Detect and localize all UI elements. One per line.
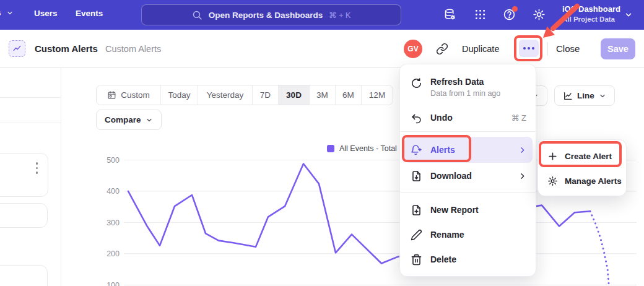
submenu-label: Manage Alerts	[565, 176, 622, 186]
menu-item-delete[interactable]: Delete	[400, 247, 537, 272]
project-name: iOS Dashboard	[562, 4, 620, 15]
report-thumbnail-icon	[9, 40, 25, 57]
sidebar-card[interactable]	[0, 265, 48, 286]
menu-divider	[400, 192, 537, 193]
date-range-label: Today	[168, 90, 190, 100]
chevron-right-icon	[518, 146, 526, 154]
chart-type-button[interactable]: Line	[554, 85, 615, 106]
menu-item-refresh-data[interactable]: Refresh Data Data from 1 min ago	[400, 72, 537, 102]
search-shortcut: ⌘ + K	[329, 11, 350, 20]
nav-item-cutoff-label: s	[0, 8, 1, 17]
plus-icon	[547, 151, 558, 162]
data-management-icon[interactable]	[443, 8, 456, 21]
menu-item-undo[interactable]: Undo ⌘ Z	[400, 105, 537, 130]
date-range-today[interactable]: Today	[161, 85, 198, 105]
date-range-label: 12M	[369, 90, 385, 100]
submenu-item-manage-alerts[interactable]: Manage Alerts	[538, 168, 627, 193]
chevron-down-icon[interactable]	[624, 11, 633, 19]
date-range-3m[interactable]: 3M	[310, 85, 336, 105]
date-range-12m[interactable]: 12M	[362, 85, 393, 105]
project-switcher[interactable]: iOS Dashboard All Project Data	[562, 4, 620, 24]
header-divider	[547, 42, 548, 56]
chart-type-label: Line	[577, 91, 594, 100]
menu-label: New Report	[430, 205, 526, 215]
more-options-button[interactable]	[519, 40, 539, 57]
sidebar-divider	[0, 97, 61, 98]
report-header: Custom Alerts Custom Alerts GV Duplicate…	[0, 30, 644, 68]
alerts-submenu: Create Alert Manage Alerts	[537, 139, 627, 196]
chart-legend: All Events - Total	[327, 144, 397, 153]
bell-plus-icon	[411, 144, 422, 156]
legend-series-label: All Events - Total	[339, 144, 397, 153]
sidebar-card[interactable]	[0, 203, 48, 228]
menu-shortcut: ⌘ Z	[511, 113, 526, 123]
project-scope: All Project Data	[562, 15, 620, 24]
chevron-right-icon	[518, 172, 526, 180]
avatar[interactable]: GV	[404, 40, 422, 58]
search-icon	[192, 10, 202, 20]
kebab-menu-icon[interactable]	[36, 162, 38, 174]
line-chart-icon	[563, 91, 573, 101]
nav-item-cutoff[interactable]: s	[0, 8, 14, 17]
date-range-label: 3M	[316, 90, 328, 100]
app-screen: 500400300200100 All Events - Total s Use…	[0, 0, 644, 286]
date-range-label: 6M	[342, 90, 354, 100]
nav-item-events[interactable]: Events	[76, 9, 103, 18]
submenu-label: Create Alert	[565, 152, 612, 161]
trash-icon	[411, 254, 422, 266]
svg-text:300: 300	[107, 219, 120, 227]
duplicate-button[interactable]: Duplicate	[462, 44, 499, 54]
menu-label: Rename	[430, 230, 526, 240]
close-button[interactable]: Close	[556, 43, 580, 54]
new-report-icon	[411, 204, 422, 216]
svg-text:500: 500	[107, 156, 120, 165]
search-input[interactable]: Open Reports & Dashboards ⌘ + K	[141, 4, 401, 25]
menu-item-alerts[interactable]: Alerts	[404, 137, 533, 163]
refresh-icon	[411, 77, 422, 89]
menu-item-download[interactable]: Download	[400, 163, 537, 189]
refresh-status-text: Data from 1 min ago	[430, 89, 500, 98]
legend-swatch[interactable]	[327, 145, 334, 152]
date-range-label: Custom	[121, 90, 150, 100]
svg-text:400: 400	[107, 187, 120, 196]
date-range-label: 7D	[260, 90, 271, 100]
date-range-control: Custom Today Yesterday 7D 30D 3M 6M 12M	[96, 85, 393, 105]
help-icon[interactable]	[503, 8, 516, 21]
breadcrumb: Custom Alerts	[105, 44, 161, 54]
menu-label: Alerts	[430, 145, 510, 155]
chevron-down-icon	[599, 92, 606, 100]
nav-item-users[interactable]: Users	[34, 9, 58, 18]
gear-icon	[547, 176, 558, 186]
more-options-menu: Refresh Data Data from 1 min ago Undo ⌘ …	[399, 64, 536, 277]
compare-button[interactable]: Compare	[96, 110, 162, 130]
menu-item-new-report[interactable]: New Report	[400, 197, 537, 222]
date-range-7d[interactable]: 7D	[253, 85, 279, 105]
date-range-custom[interactable]: Custom	[97, 85, 161, 105]
sidebar-card[interactable]	[0, 153, 48, 197]
query-sidebar	[0, 68, 61, 286]
download-file-icon	[411, 170, 422, 182]
menu-label: Download	[430, 171, 510, 181]
pencil-icon	[411, 229, 422, 241]
date-range-6m[interactable]: 6M	[336, 85, 362, 105]
menu-item-rename[interactable]: Rename	[400, 222, 537, 247]
date-range-label: Yesterday	[207, 90, 244, 100]
save-button[interactable]: Save	[601, 38, 635, 59]
apps-grid-icon[interactable]	[474, 8, 487, 21]
chevron-down-icon	[6, 9, 14, 17]
date-range-30d-selected[interactable]: 30D	[279, 85, 310, 105]
menu-label: Refresh Data	[430, 77, 484, 87]
date-range-label: 30D	[286, 90, 302, 100]
settings-gear-icon[interactable]	[533, 8, 546, 21]
compare-label: Compare	[105, 115, 141, 124]
menu-label: Undo	[430, 113, 503, 123]
copy-link-icon[interactable]	[436, 43, 448, 55]
calendar-icon	[107, 90, 116, 100]
sidebar-divider	[0, 123, 61, 123]
svg-text:100: 100	[107, 281, 120, 286]
chevron-down-icon	[146, 116, 153, 124]
svg-text:200: 200	[107, 249, 120, 258]
date-range-yesterday[interactable]: Yesterday	[198, 85, 253, 105]
submenu-item-create-alert[interactable]: Create Alert	[538, 144, 627, 168]
menu-divider	[400, 131, 537, 132]
